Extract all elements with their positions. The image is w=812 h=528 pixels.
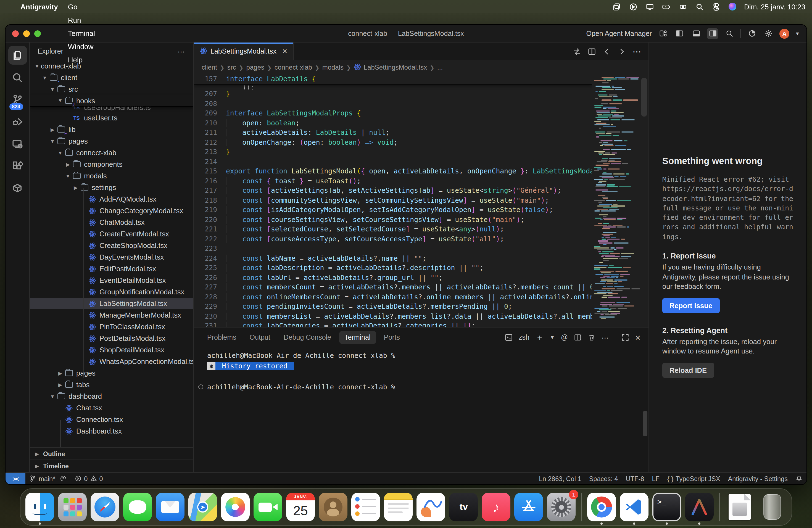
code-line-212[interactable]: 212 onOpenChange: (open: boolean) => voi… (194, 137, 592, 147)
editor-scrollbar[interactable] (640, 75, 649, 327)
breadcrumb-item-modals[interactable]: modals (322, 63, 344, 71)
code-line-209[interactable]: 209interface LabSettingsModalProps { (194, 108, 592, 118)
sidebar-section-timeline[interactable]: ▶Timeline (30, 460, 193, 472)
dock-maps[interactable]: ➤ (188, 492, 218, 522)
agent-layout-icon[interactable] (657, 28, 668, 39)
menu-app-name[interactable]: Antigravity (15, 0, 63, 13)
minimize-window-button[interactable] (23, 30, 30, 37)
code-line-215[interactable]: 215export function LabSettingsModal({ op… (194, 166, 592, 176)
battery-icon[interactable] (662, 2, 671, 11)
code-line-213[interactable]: 213} (194, 147, 592, 157)
remote-indicator[interactable]: >< (5, 473, 25, 484)
tree-file-labsettingsmodal-tsx[interactable]: LabSettingsModal.tsx (30, 298, 193, 309)
dock-facetime[interactable] (253, 492, 283, 522)
dock-vscode[interactable] (619, 492, 649, 522)
avatar-chevron-down-icon[interactable]: ▼ (795, 31, 800, 36)
dock-contacts[interactable] (318, 492, 348, 522)
code-line-208[interactable]: 208 (194, 99, 592, 108)
menu-help[interactable]: Help (63, 53, 102, 66)
tree-file-pintoclassmodal-tsx[interactable]: PinToClassModal.tsx (30, 321, 193, 333)
sync-changes-icon[interactable] (60, 475, 67, 482)
dock-launchpad[interactable] (57, 492, 87, 522)
code-line-225[interactable]: 225 const labDescription = activeLabDeta… (194, 263, 592, 273)
screen-mirroring-icon[interactable] (613, 2, 621, 11)
menubar-clock[interactable]: Dim. 25 janv. 10:23 (744, 2, 806, 11)
close-window-button[interactable] (12, 30, 19, 37)
search-icon[interactable] (695, 2, 704, 11)
code-editor[interactable]: 157interface LabDetails { });207}208209i… (194, 75, 649, 327)
new-terminal-icon[interactable]: ＋ (536, 332, 544, 343)
tree-file-addfaqmodal-tsx[interactable]: AddFAQModal.tsx (30, 193, 193, 205)
zoom-window-button[interactable] (34, 30, 41, 37)
menu-run[interactable]: Run (63, 13, 102, 27)
report-issue-button[interactable]: Report Issue (662, 298, 720, 313)
breadcrumb-item-labsettingsmodal-tsx[interactable]: LabSettingsModal.tsx (354, 63, 427, 72)
terminal-scrollbar[interactable] (643, 411, 648, 436)
tree-folder-lib[interactable]: ▶⌐lib (30, 124, 193, 135)
panel-tab-problems[interactable]: Problems (202, 331, 242, 344)
editor-tab-labsettingsmodal[interactable]: LabSettingsModal.tsx ✕ (194, 43, 294, 60)
dock-antigravity[interactable] (684, 492, 714, 522)
toggle-right-panel-icon[interactable] (707, 28, 718, 39)
panel-tab-output[interactable]: Output (244, 331, 276, 344)
code-line-214[interactable]: 214 (194, 157, 592, 166)
panel-more-actions-icon[interactable]: ⋯ (601, 333, 608, 342)
code-line-220[interactable]: 220 const [courseSettingsView, setCourse… (194, 215, 592, 224)
problems-item[interactable]: 0 0 (71, 473, 106, 484)
tree-file-dashboard-tsx[interactable]: Dashboard.tsx (30, 425, 193, 437)
panel-tab-debug-console[interactable]: Debug Console (278, 331, 337, 344)
dock-finder[interactable] (25, 492, 55, 522)
navigate-back-icon[interactable] (603, 47, 611, 56)
settings-gear-icon[interactable] (763, 28, 774, 39)
tree-file-usegrouphandlers-ts[interactable]: TSuseGroupHandlers.ts (30, 107, 193, 112)
tree-file-dayeventsmodal-tsx[interactable]: DayEventsModal.tsx (30, 251, 193, 263)
code-line-228[interactable]: 228 const onlineMembersCount = activeLab… (194, 292, 592, 302)
code-line-221[interactable]: 221 const [selectedCourse, setSelectedCo… (194, 224, 592, 234)
breadcrumb-item-pages[interactable]: pages (246, 63, 264, 71)
menu-terminal[interactable]: Terminal (63, 27, 102, 40)
language-mode-item[interactable]: { }TypeScript JSX (663, 475, 724, 482)
navigate-forward-icon[interactable] (618, 47, 626, 56)
menu-window[interactable]: Window (63, 40, 102, 53)
encoding-item[interactable]: UTF-8 (622, 475, 648, 482)
code-line-222[interactable]: 222 const [courseAccessType, setCourseAc… (194, 234, 592, 244)
sticky-scroll-line[interactable]: 157interface LabDetails { (194, 75, 592, 84)
code-line-219[interactable]: 219 const [isAddCategoryModalOpen, setIs… (194, 205, 592, 215)
code-line-216[interactable]: 216 const { toast } = useToast(); (194, 176, 592, 186)
dock-calendar[interactable]: JANV.25 (286, 492, 315, 522)
code-line-[interactable]: }); (194, 84, 592, 89)
kill-terminal-trash-icon[interactable] (588, 334, 595, 341)
titlebar-search-icon[interactable] (724, 28, 735, 39)
tree-folder-dashboard[interactable]: ▼dashboard (30, 391, 193, 402)
tab-close-icon[interactable]: ✕ (282, 47, 288, 55)
dock-mail[interactable] (155, 492, 185, 522)
dock-music[interactable]: ♪ (481, 492, 511, 522)
tree-folder-client[interactable]: ▼•client (30, 72, 193, 84)
hotspot-link-icon[interactable] (679, 2, 688, 11)
breadcrumb-item-connect-xlab[interactable]: connect-xlab (275, 63, 312, 71)
code-line-207[interactable]: 207} (194, 89, 592, 99)
git-branch-item[interactable]: main* (25, 473, 71, 484)
activity-package-icon[interactable] (8, 178, 27, 197)
dock-messages[interactable] (122, 492, 153, 522)
tree-file-chat-tsx[interactable]: Chat.tsx (30, 402, 193, 414)
tree-folder-settings[interactable]: ▶settings (30, 182, 193, 193)
dock-photos[interactable] (220, 492, 250, 522)
notifications-bell-icon[interactable] (792, 475, 807, 482)
tree-file-createshopmodal-tsx[interactable]: CreateShopModal.tsx (30, 240, 193, 251)
code-line-218[interactable]: 218 const [communitySettingsView, setCom… (194, 195, 592, 205)
tree-file-shopdetailmodal-tsx[interactable]: ShopDetailModal.tsx (30, 344, 193, 356)
tree-file-groupnotificationmodal-tsx[interactable]: GroupNotificationModal.tsx (30, 286, 193, 298)
tree-file-whatsappconnectionmodal-tsx[interactable]: WhatsAppConnectionModal.tsx (30, 356, 193, 367)
code-line-226[interactable]: 226 const labUrl = activeLabDetails?.gro… (194, 273, 592, 282)
breadcrumb-item-client[interactable]: client (202, 63, 217, 71)
terminal-output[interactable]: achilleh@MacBook-Air-de-Achille connect-… (194, 348, 649, 472)
code-line-217[interactable]: 217 const [activeSettingsTab, setActiveS… (194, 186, 592, 195)
reload-ide-button[interactable]: Reload IDE (662, 363, 714, 378)
tree-folder-hooks[interactable]: ▼Jhooks (30, 95, 193, 107)
code-line-224[interactable]: 224 const labName = activeLabDetails?.na… (194, 253, 592, 263)
panel-tab-terminal[interactable]: Terminal (339, 331, 376, 344)
window-titlebar[interactable]: connect-xlab — LabSettingsModal.tsx Open… (5, 25, 807, 43)
tree-folder-pages[interactable]: ▼pages (30, 135, 193, 147)
breadcrumb-item----[interactable]: ... (437, 63, 443, 71)
